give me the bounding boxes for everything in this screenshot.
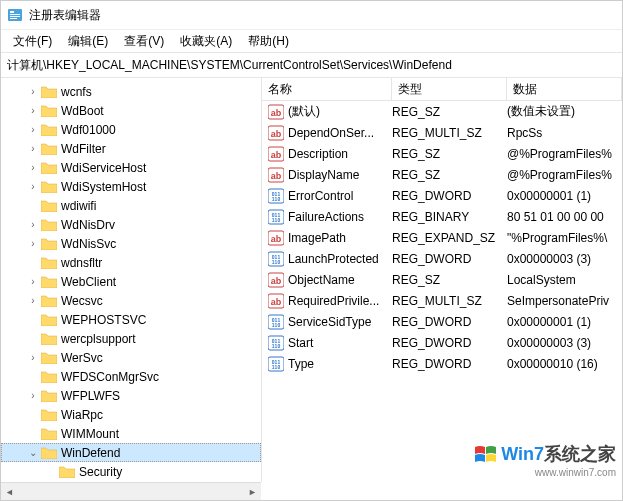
tree-item-wcnfs[interactable]: ›wcnfs xyxy=(1,82,261,101)
value-row[interactable]: DependOnSer...REG_MULTI_SZRpcSs xyxy=(262,122,622,143)
tree-item-wecsvc[interactable]: ›Wecsvc xyxy=(1,291,261,310)
folder-icon xyxy=(41,123,57,136)
value-row[interactable]: (默认)REG_SZ(数值未设置) xyxy=(262,101,622,122)
tree-item-label: Security xyxy=(79,465,122,479)
regedit-icon xyxy=(7,7,23,23)
value-row[interactable]: ImagePathREG_EXPAND_SZ"%ProgramFiles%\ xyxy=(262,227,622,248)
value-type: REG_EXPAND_SZ xyxy=(392,231,507,245)
value-row[interactable]: FailureActionsREG_BINARY80 51 01 00 00 0… xyxy=(262,206,622,227)
binary-value-icon xyxy=(268,335,284,351)
folder-icon xyxy=(41,142,57,155)
value-row[interactable]: DisplayNameREG_SZ@%ProgramFiles% xyxy=(262,164,622,185)
tree-item-wimmount[interactable]: WIMMount xyxy=(1,424,261,443)
tree-item-label: WiaRpc xyxy=(61,408,103,422)
binary-value-icon xyxy=(268,209,284,225)
tree-item-wdnsfltr[interactable]: wdnsfltr xyxy=(1,253,261,272)
address-bar[interactable]: 计算机\HKEY_LOCAL_MACHINE\SYSTEM\CurrentCon… xyxy=(1,53,622,78)
scroll-right-icon[interactable]: ► xyxy=(244,483,261,500)
value-data: 0x00000001 (1) xyxy=(507,189,622,203)
expand-icon[interactable]: › xyxy=(27,181,39,192)
value-row[interactable]: ServiceSidTypeREG_DWORD0x00000001 (1) xyxy=(262,311,622,332)
menu-view[interactable]: 查看(V) xyxy=(116,31,172,52)
menu-help[interactable]: 帮助(H) xyxy=(240,31,297,52)
tree-item-label: WdNisSvc xyxy=(61,237,116,251)
tree-item-wdiwifi[interactable]: wdiwifi xyxy=(1,196,261,215)
tree-item-label: WFDSConMgrSvc xyxy=(61,370,159,384)
folder-icon xyxy=(41,351,57,364)
expand-icon[interactable]: › xyxy=(27,219,39,230)
value-row[interactable]: ObjectNameREG_SZLocalSystem xyxy=(262,269,622,290)
tree-item-label: wcnfs xyxy=(61,85,92,99)
expand-icon[interactable]: › xyxy=(27,238,39,249)
value-row[interactable]: DescriptionREG_SZ@%ProgramFiles% xyxy=(262,143,622,164)
col-data[interactable]: 数据 xyxy=(507,78,622,100)
value-row[interactable]: ErrorControlREG_DWORD0x00000001 (1) xyxy=(262,185,622,206)
folder-icon xyxy=(41,427,57,440)
watermark-url: www.winwin7.com xyxy=(473,467,616,478)
tree-scrollbar-h[interactable]: ◄ ► xyxy=(1,482,261,500)
folder-icon xyxy=(41,446,57,459)
tree-item-wiarpc[interactable]: WiaRpc xyxy=(1,405,261,424)
value-type: REG_MULTI_SZ xyxy=(392,126,507,140)
list-header: 名称 类型 数据 xyxy=(262,78,622,101)
value-data: 0x00000001 (1) xyxy=(507,315,622,329)
value-data: "%ProgramFiles%\ xyxy=(507,231,622,245)
tree-item-webclient[interactable]: ›WebClient xyxy=(1,272,261,291)
expand-icon[interactable]: › xyxy=(27,295,39,306)
expand-icon[interactable]: › xyxy=(27,124,39,135)
tree-item-wfplwfs[interactable]: ›WFPLWFS xyxy=(1,386,261,405)
value-data: (数值未设置) xyxy=(507,103,622,120)
tree-item-wdfilter[interactable]: ›WdFilter xyxy=(1,139,261,158)
tree-item-label: WdiSystemHost xyxy=(61,180,146,194)
expand-icon[interactable]: › xyxy=(27,352,39,363)
value-row[interactable]: StartREG_DWORD0x00000003 (3) xyxy=(262,332,622,353)
tree-item-wersvc[interactable]: ›WerSvc xyxy=(1,348,261,367)
body: ›wcnfs›WdBoot›Wdf01000›WdFilter›WdiServi… xyxy=(1,78,622,482)
menu-file[interactable]: 文件(F) xyxy=(5,31,60,52)
folder-icon xyxy=(41,332,57,345)
value-row[interactable]: TypeREG_DWORD0x00000010 (16) xyxy=(262,353,622,374)
value-name: (默认) xyxy=(288,103,392,120)
binary-value-icon xyxy=(268,188,284,204)
tree-item-windefend[interactable]: ⌄WinDefend xyxy=(1,443,261,462)
col-type[interactable]: 类型 xyxy=(392,78,507,100)
value-row[interactable]: RequiredPrivile...REG_MULTI_SZSeImperson… xyxy=(262,290,622,311)
tree-item-wfdsconmgrsvc[interactable]: WFDSConMgrSvc xyxy=(1,367,261,386)
expand-icon[interactable]: › xyxy=(27,143,39,154)
value-row[interactable]: LaunchProtectedREG_DWORD0x00000003 (3) xyxy=(262,248,622,269)
tree-item-label: WinDefend xyxy=(61,446,120,460)
tree-item-label: Wdf01000 xyxy=(61,123,116,137)
expand-icon[interactable]: › xyxy=(27,276,39,287)
col-name[interactable]: 名称 xyxy=(262,78,392,100)
expand-icon[interactable]: ⌄ xyxy=(27,447,39,458)
folder-icon xyxy=(41,104,57,117)
tree-item-label: WEPHOSTSVC xyxy=(61,313,146,327)
value-type: REG_DWORD xyxy=(392,252,507,266)
tree-item-wdf01000[interactable]: ›Wdf01000 xyxy=(1,120,261,139)
menu-favorites[interactable]: 收藏夹(A) xyxy=(172,31,240,52)
folder-icon xyxy=(41,237,57,250)
tree-item-label: wdnsfltr xyxy=(61,256,102,270)
tree-item-label: wdiwifi xyxy=(61,199,96,213)
expand-icon[interactable]: › xyxy=(27,162,39,173)
expand-icon[interactable]: › xyxy=(27,105,39,116)
value-list[interactable]: 名称 类型 数据 (默认)REG_SZ(数值未设置)DependOnSer...… xyxy=(262,78,622,482)
tree-item-security[interactable]: Security xyxy=(1,462,261,481)
scroll-left-icon[interactable]: ◄ xyxy=(1,483,18,500)
tree-item-label: WdBoot xyxy=(61,104,104,118)
tree-item-wdnisdrv[interactable]: ›WdNisDrv xyxy=(1,215,261,234)
tree-item-wdnissvc[interactable]: ›WdNisSvc xyxy=(1,234,261,253)
value-type: REG_DWORD xyxy=(392,357,507,371)
tree-item-wercplsupport[interactable]: wercplsupport xyxy=(1,329,261,348)
tree-item-label: WIMMount xyxy=(61,427,119,441)
expand-icon[interactable]: › xyxy=(27,86,39,97)
registry-tree[interactable]: ›wcnfs›WdBoot›Wdf01000›WdFilter›WdiServi… xyxy=(1,78,262,482)
folder-icon xyxy=(41,389,57,402)
menu-edit[interactable]: 编辑(E) xyxy=(60,31,116,52)
expand-icon[interactable]: › xyxy=(27,390,39,401)
value-name: FailureActions xyxy=(288,210,392,224)
tree-item-wephostsvc[interactable]: WEPHOSTSVC xyxy=(1,310,261,329)
tree-item-wdiservicehost[interactable]: ›WdiServiceHost xyxy=(1,158,261,177)
tree-item-wdboot[interactable]: ›WdBoot xyxy=(1,101,261,120)
tree-item-wdisystemhost[interactable]: ›WdiSystemHost xyxy=(1,177,261,196)
